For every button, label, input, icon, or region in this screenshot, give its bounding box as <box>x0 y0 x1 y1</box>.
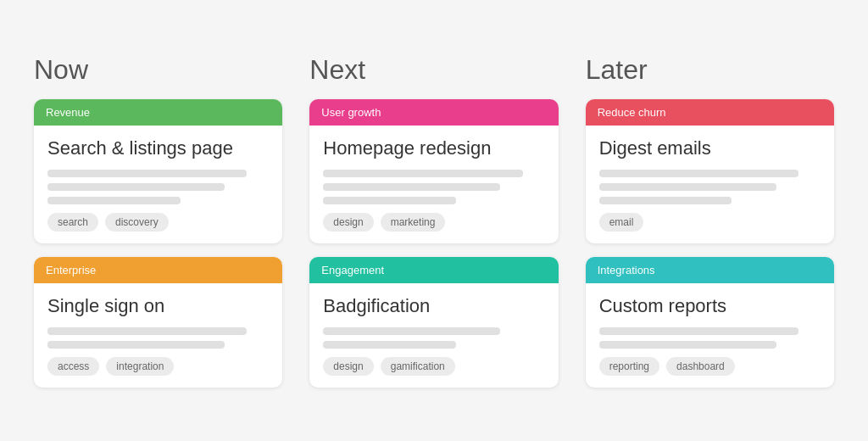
cards-stack-1: User growthHomepage redesigndesignmarket… <box>309 99 558 388</box>
card-title-0-1: Single sign on <box>47 295 269 317</box>
placeholder-line-2-0-0 <box>599 170 798 177</box>
placeholder-line-2-0-2 <box>599 197 732 204</box>
card-header-1-0: User growth <box>309 99 558 126</box>
tag-0-0-0[interactable]: search <box>47 213 98 232</box>
card-body-1-0: Homepage redesigndesignmarketing <box>309 126 558 243</box>
placeholder-line-0-0-1 <box>47 183 225 191</box>
tags-0-0: searchdiscovery <box>47 213 269 232</box>
cards-stack-0: RevenueSearch & listings pagesearchdisco… <box>34 99 282 388</box>
card-2-0[interactable]: Reduce churnDigest emailsemail <box>586 99 834 243</box>
column-1: NextUser growthHomepage redesigndesignma… <box>309 54 558 388</box>
card-body-2-1: Custom reportsreportingdashboard <box>586 283 834 388</box>
placeholder-line-2-1-0 <box>599 327 798 335</box>
placeholder-line-2-0-1 <box>599 183 776 191</box>
column-2: LaterReduce churnDigest emailsemailInteg… <box>586 54 834 388</box>
tags-2-0: email <box>599 213 821 232</box>
tag-2-1-0[interactable]: reporting <box>599 357 659 376</box>
card-body-0-0: Search & listings pagesearchdiscovery <box>34 126 282 243</box>
placeholder-line-0-1-1 <box>47 341 225 349</box>
tags-1-1: designgamification <box>323 357 544 376</box>
card-1-1[interactable]: EngagementBadgificationdesigngamificatio… <box>309 257 558 388</box>
tag-0-1-1[interactable]: integration <box>106 357 174 376</box>
tag-1-0-0[interactable]: design <box>323 213 373 232</box>
placeholder-line-0-0-2 <box>47 197 181 204</box>
card-header-0-1: Enterprise <box>34 257 282 283</box>
column-title-2: Later <box>586 54 834 86</box>
placeholder-line-0-1-0 <box>47 327 247 335</box>
tag-1-0-1[interactable]: marketing <box>381 213 446 232</box>
tag-1-1-0[interactable]: design <box>323 357 373 376</box>
card-1-0[interactable]: User growthHomepage redesigndesignmarket… <box>309 99 558 243</box>
card-0-0[interactable]: RevenueSearch & listings pagesearchdisco… <box>34 99 282 243</box>
placeholder-line-2-1-1 <box>599 341 776 349</box>
card-header-2-0: Reduce churn <box>586 99 834 126</box>
card-title-1-0: Homepage redesign <box>323 137 544 159</box>
card-body-1-1: Badgificationdesigngamification <box>309 283 558 388</box>
column-0: NowRevenueSearch & listings pagesearchdi… <box>34 54 282 388</box>
card-header-1-1: Engagement <box>309 257 558 283</box>
card-header-2-1: Integrations <box>586 257 834 283</box>
tags-1-0: designmarketing <box>323 213 544 232</box>
placeholder-line-0-0-0 <box>47 170 247 177</box>
tag-2-1-1[interactable]: dashboard <box>666 357 735 376</box>
card-title-2-1: Custom reports <box>599 295 821 317</box>
placeholder-line-1-0-1 <box>323 183 500 191</box>
cards-stack-2: Reduce churnDigest emailsemailIntegratio… <box>586 99 834 388</box>
card-header-0-0: Revenue <box>34 99 282 126</box>
placeholder-line-1-0-2 <box>323 197 456 204</box>
placeholder-line-1-1-1 <box>323 341 456 349</box>
tags-0-1: accessintegration <box>47 357 269 376</box>
column-title-0: Now <box>34 54 282 86</box>
placeholder-line-1-0-0 <box>323 170 522 177</box>
tag-0-0-1[interactable]: discovery <box>105 213 169 232</box>
tags-2-1: reportingdashboard <box>599 357 821 376</box>
column-title-1: Next <box>309 54 558 86</box>
card-2-1[interactable]: IntegrationsCustom reportsreportingdashb… <box>586 257 834 388</box>
card-title-1-1: Badgification <box>323 295 544 317</box>
card-body-0-1: Single sign onaccessintegration <box>34 283 282 388</box>
card-title-0-0: Search & listings page <box>47 137 269 159</box>
placeholder-line-1-1-0 <box>323 327 500 335</box>
card-body-2-0: Digest emailsemail <box>586 126 834 243</box>
tag-0-1-0[interactable]: access <box>47 357 99 376</box>
card-0-1[interactable]: EnterpriseSingle sign onaccessintegratio… <box>34 257 282 388</box>
kanban-board: NowRevenueSearch & listings pagesearchdi… <box>0 27 868 415</box>
tag-2-0-0[interactable]: email <box>599 213 644 232</box>
tag-1-1-1[interactable]: gamification <box>381 357 455 376</box>
card-title-2-0: Digest emails <box>599 137 821 159</box>
